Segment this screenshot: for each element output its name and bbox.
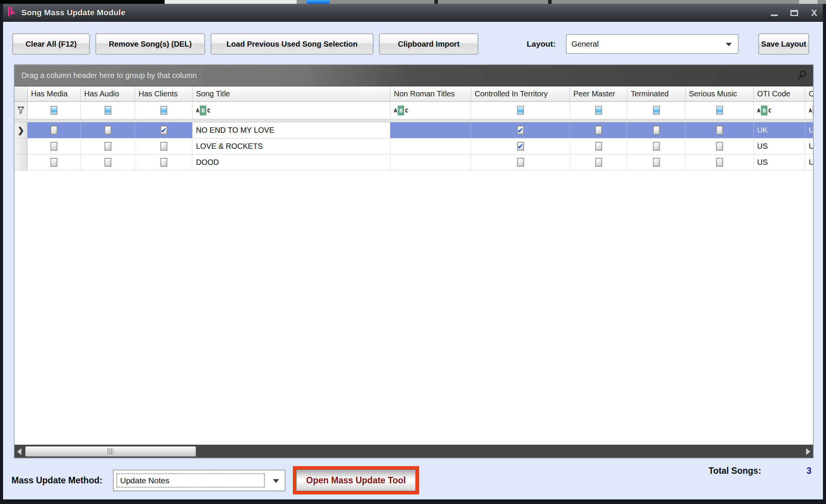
column-header-peer_master[interactable]: Peer Master: [570, 86, 627, 101]
scroll-left-arrow-icon[interactable]: [17, 448, 21, 455]
cell-has_media[interactable]: [28, 138, 81, 154]
filter-cell-has_media[interactable]: [28, 102, 81, 119]
cell-has_media[interactable]: [28, 154, 81, 170]
horizontal-scrollbar[interactable]: [15, 445, 813, 458]
remove-songs-button[interactable]: Remove Song(s) (DEL): [96, 34, 205, 54]
cell-has_clients[interactable]: [135, 122, 193, 138]
column-header-song_title[interactable]: Song Title: [193, 86, 390, 101]
cell-controlled_in_territory[interactable]: [471, 154, 570, 170]
cell-oti_code_2[interactable]: UK: [805, 122, 813, 138]
column-header-has_clients[interactable]: Has Clients: [135, 86, 193, 101]
table-row[interactable]: LOVE & ROCKETSUSUS: [15, 138, 813, 154]
cell-terminated[interactable]: [627, 138, 686, 154]
filter-cell-non_roman_titles[interactable]: ABC: [390, 102, 471, 119]
filter-cell-serious_music[interactable]: [686, 102, 754, 119]
scroll-right-arrow-icon[interactable]: [806, 448, 810, 455]
scrollbar-thumb[interactable]: [25, 446, 196, 457]
cell-non_roman_titles[interactable]: [390, 122, 471, 138]
layout-dropdown[interactable]: General: [566, 34, 738, 54]
cell-has_media[interactable]: [28, 122, 81, 138]
column-header-oti_code[interactable]: OTI Code: [754, 86, 805, 101]
checkbox-unchecked[interactable]: [51, 158, 57, 167]
cell-oti_code_2[interactable]: US: [805, 138, 813, 154]
cell-peer_master[interactable]: [570, 122, 627, 138]
checkbox-unchecked[interactable]: [51, 142, 57, 151]
cell-non_roman_titles[interactable]: [390, 154, 471, 170]
filter-cell-has_audio[interactable]: [81, 102, 135, 119]
column-header-oti_code_2[interactable]: OTI Code: [805, 86, 813, 101]
checkbox-checked[interactable]: [160, 126, 167, 135]
cell-non_roman_titles[interactable]: [390, 138, 471, 154]
table-row[interactable]: DOODUSUS: [15, 154, 813, 171]
cell-has_clients[interactable]: [135, 138, 193, 154]
cell-oti_code[interactable]: US: [754, 154, 805, 170]
filter-cell-has_clients[interactable]: [135, 102, 193, 119]
table-row[interactable]: ❯NO END TO MY LOVEUKUK: [15, 122, 813, 138]
filter-cell-peer_master[interactable]: [570, 102, 627, 119]
column-header-terminated[interactable]: Terminated: [627, 86, 686, 101]
column-header-has_audio[interactable]: Has Audio: [81, 86, 135, 101]
cell-song_title[interactable]: DOOD: [193, 154, 390, 170]
checkbox-unchecked[interactable]: [653, 142, 660, 151]
cell-song_title[interactable]: LOVE & ROCKETS: [193, 138, 390, 154]
checkbox-unchecked[interactable]: [51, 126, 57, 135]
open-mass-update-tool-button[interactable]: Open Mass Update Tool: [296, 470, 416, 491]
filter-funnel-icon: [15, 102, 28, 119]
checkbox-unchecked[interactable]: [716, 142, 723, 151]
column-header-serious_music[interactable]: Serious Music: [686, 86, 754, 101]
group-by-bar[interactable]: Drag a column header here to group by th…: [15, 65, 813, 86]
checkbox-unchecked[interactable]: [595, 158, 602, 167]
checkbox-unchecked[interactable]: [104, 142, 111, 151]
checkbox-unchecked[interactable]: [653, 158, 660, 167]
filter-cell-oti_code[interactable]: ABC: [754, 102, 805, 119]
search-icon[interactable]: [795, 70, 808, 84]
cell-serious_music[interactable]: [686, 138, 754, 154]
checkbox-checked[interactable]: [517, 126, 524, 135]
checkbox-unchecked[interactable]: [716, 158, 723, 167]
cell-has_audio[interactable]: [81, 138, 135, 154]
cell-terminated[interactable]: [627, 122, 686, 138]
filter-cell-controlled_in_territory[interactable]: [471, 102, 570, 119]
column-header-has_media[interactable]: Has Media: [28, 86, 81, 101]
load-previous-button[interactable]: Load Previous Used Song Selection: [211, 34, 373, 54]
cell-serious_music[interactable]: [686, 122, 754, 138]
checkbox-unchecked[interactable]: [160, 158, 167, 167]
close-button[interactable]: X: [808, 7, 820, 19]
cell-serious_music[interactable]: [686, 154, 754, 170]
checkbox-unchecked[interactable]: [104, 158, 111, 167]
cell-oti_code[interactable]: UK: [754, 122, 805, 138]
checkbox-unchecked[interactable]: [517, 158, 524, 167]
maximize-button[interactable]: [788, 7, 800, 19]
clear-all-button[interactable]: Clear All (F12): [13, 34, 90, 54]
column-header-controlled_in_territory[interactable]: Controlled In Territory: [471, 86, 570, 101]
checkbox-unchecked[interactable]: [160, 142, 167, 151]
cell-oti_code_2[interactable]: US: [805, 154, 813, 170]
cell-has_audio[interactable]: [81, 154, 135, 170]
cell-controlled_in_territory[interactable]: [471, 138, 570, 154]
cell-has_clients[interactable]: [135, 154, 193, 170]
cell-peer_master[interactable]: [570, 138, 627, 154]
column-header-non_roman_titles[interactable]: Non Roman Titles: [390, 86, 471, 101]
cell-peer_master[interactable]: [570, 154, 627, 170]
cell-song_title[interactable]: NO END TO MY LOVE: [193, 122, 390, 138]
checkbox-unchecked[interactable]: [595, 126, 602, 135]
checkbox-unchecked[interactable]: [716, 126, 723, 135]
clipboard-import-button[interactable]: Clipboard Import: [379, 34, 478, 54]
cell-terminated[interactable]: [627, 154, 686, 170]
save-layout-button[interactable]: Save Layout: [759, 34, 809, 54]
filter-cell-terminated[interactable]: [627, 102, 686, 119]
cell-oti_code[interactable]: US: [754, 138, 805, 154]
mass-update-method-dropdown[interactable]: Update Notes: [113, 470, 285, 491]
minimize-button[interactable]: [769, 7, 780, 19]
checkbox-unchecked[interactable]: [653, 126, 660, 135]
checkbox-unchecked[interactable]: [595, 142, 602, 151]
filter-cell-oti_code_2[interactable]: ABC: [805, 102, 813, 119]
filter-cell-song_title[interactable]: ABC: [193, 102, 390, 119]
window-title: Song Mass Update Module: [21, 8, 126, 17]
checkbox-unchecked[interactable]: [104, 126, 111, 135]
window-border: [823, 4, 826, 500]
title-bar[interactable]: Song Mass Update Module: [0, 4, 826, 22]
checkbox-checked[interactable]: [517, 142, 524, 151]
cell-controlled_in_territory[interactable]: [471, 122, 570, 138]
cell-has_audio[interactable]: [81, 122, 135, 138]
